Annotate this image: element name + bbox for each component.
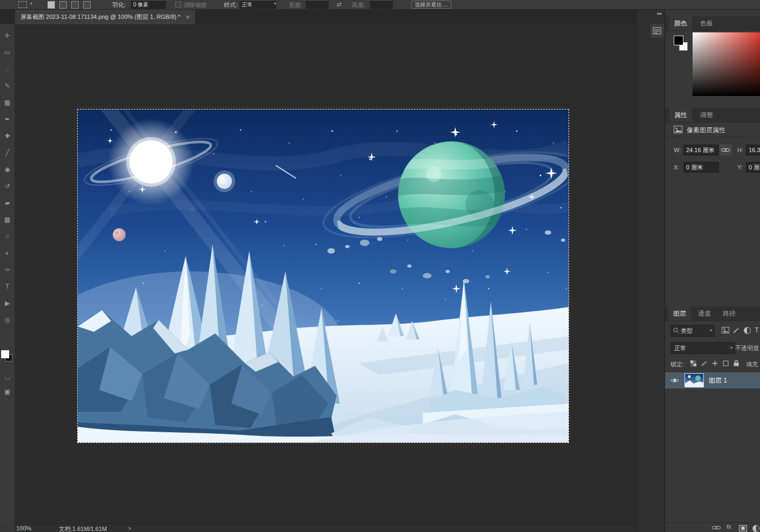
- layer-style-fx-icon[interactable]: fx: [727, 523, 731, 530]
- antialias-label: 消除锯齿: [183, 1, 207, 9]
- foreground-color-swatch[interactable]: [1, 350, 9, 358]
- style-caret-icon[interactable]: ▾: [274, 1, 276, 6]
- tab-swatches[interactable]: 色板: [695, 16, 718, 30]
- collapsed-panel-button[interactable]: [650, 24, 664, 38]
- lock-image-pixels-icon[interactable]: [700, 359, 708, 367]
- blend-mode-value: 正常: [674, 345, 686, 351]
- lasso-tool[interactable]: ◌: [0, 62, 15, 76]
- blur-tool[interactable]: ○: [0, 229, 15, 243]
- layer-row-selected[interactable]: 图层 1: [665, 372, 760, 388]
- clone-stamp-tool[interactable]: ◉: [0, 162, 15, 176]
- height-value-input[interactable]: 16.38 厘米: [746, 145, 760, 155]
- filter-adjustment-icon[interactable]: [743, 326, 751, 335]
- x-value-input[interactable]: 0 厘米: [683, 162, 719, 173]
- tab-paths[interactable]: 路径: [718, 306, 741, 320]
- marquee-tool[interactable]: ▭: [0, 45, 15, 59]
- subtract-selection-icon[interactable]: [71, 1, 79, 9]
- collapsed-panel-strip: ◀◀: [636, 10, 665, 532]
- select-and-mask-button[interactable]: 选择并遮住 ...: [411, 1, 451, 9]
- filter-pixel-layers-icon[interactable]: [721, 326, 730, 335]
- feather-input[interactable]: 0 像素: [131, 1, 166, 9]
- layer-name[interactable]: 图层 1: [709, 376, 727, 385]
- tab-channels[interactable]: 通道: [693, 306, 716, 320]
- quick-selection-tool[interactable]: ✎: [0, 79, 15, 93]
- image-canvas-selection[interactable]: [78, 110, 569, 442]
- new-selection-icon[interactable]: [47, 1, 55, 9]
- document-size-info: 文档:1.61M/1.61M: [59, 525, 107, 532]
- saturation-field[interactable]: [693, 32, 760, 96]
- status-options-chevron-icon[interactable]: >: [128, 525, 131, 531]
- lock-artboard-icon[interactable]: [721, 359, 730, 367]
- x-label: X:: [674, 164, 679, 170]
- y-value-input[interactable]: 0 厘米: [746, 162, 760, 173]
- document-tab-bar: 屏幕截图 2023-11-08 171134.png @ 100% (图层 1,…: [0, 10, 636, 24]
- image-canvas: [78, 110, 569, 442]
- tab-color[interactable]: 颜色: [669, 16, 692, 30]
- lock-transparent-pixels-icon[interactable]: [689, 359, 697, 367]
- tab-layers[interactable]: 图层: [668, 306, 691, 320]
- fill-label: 填充: [746, 360, 758, 369]
- layers-panel-footer: fx: [665, 522, 760, 532]
- link-dimensions-button[interactable]: [719, 145, 732, 155]
- opacity-label: 不透明度: [735, 344, 759, 352]
- tool-preset-caret-icon[interactable]: ▾: [30, 1, 32, 6]
- width-input[interactable]: [306, 1, 328, 9]
- filter-caret-icon: ▾: [710, 325, 712, 336]
- layer-mask-icon[interactable]: [738, 524, 747, 532]
- antialias-checkbox[interactable]: [175, 2, 181, 8]
- layers-panel-tabs: 图层 通道 路径: [665, 306, 760, 321]
- layer-thumbnail[interactable]: [684, 373, 704, 387]
- move-tool[interactable]: ✛: [0, 29, 15, 43]
- history-brush-tool[interactable]: ↺: [0, 179, 15, 193]
- add-selection-icon[interactable]: [59, 1, 67, 9]
- properties-header-row: 像素图层属性: [665, 122, 760, 138]
- healing-brush-tool[interactable]: ✚: [0, 129, 15, 143]
- properties-panel-tabs: 属性 调整: [665, 108, 760, 122]
- document-title: 屏幕截图 2023-11-08 171134.png @ 100% (图层 1,…: [20, 13, 180, 21]
- panel-list-icon: [653, 27, 661, 35]
- collapse-panels-icon[interactable]: ◀◀: [656, 11, 661, 15]
- layer-filter-select[interactable]: 类型 ▾: [670, 325, 715, 337]
- new-adjustment-layer-icon[interactable]: [751, 524, 760, 532]
- canvas-area[interactable]: [15, 24, 636, 523]
- eraser-tool[interactable]: ▰: [0, 196, 15, 210]
- eyedropper-tool[interactable]: ✒: [0, 112, 15, 126]
- h-label: H:: [737, 147, 743, 153]
- brush-tool[interactable]: ╱: [0, 146, 15, 160]
- layer-visibility-eye-icon[interactable]: [670, 376, 679, 385]
- panel-foreground-color-swatch[interactable]: [674, 36, 683, 45]
- hand-tool[interactable]: ◡: [0, 370, 15, 384]
- screen-mode-icon[interactable]: ▣: [0, 385, 15, 399]
- tools-panel: ✛ ▭ ◌ ✎ ▦ ✒ ✚ ╱ ◉ ↺ ▰ ▩ ○ ◐ ✑ T ▶ ◎ ◡ ▣: [0, 24, 15, 523]
- blend-mode-select[interactable]: 正常 ▾: [670, 342, 735, 354]
- link-layers-icon[interactable]: [711, 524, 721, 531]
- right-panel: 颜色 色板 属性 调整 像素图层属性 W: 24.16 厘米 H:: [665, 10, 760, 532]
- width-label: 宽度:: [289, 1, 302, 9]
- crop-tool[interactable]: ▦: [0, 96, 15, 110]
- swap-dimensions-icon[interactable]: ⇄: [337, 1, 341, 8]
- close-tab-icon[interactable]: ×: [186, 13, 190, 21]
- chain-link-icon: [721, 147, 730, 153]
- style-select[interactable]: 正常: [239, 1, 276, 9]
- tool-preset-icon[interactable]: [18, 1, 27, 8]
- filter-type-icon[interactable]: T: [752, 326, 760, 335]
- path-selection-tool[interactable]: ▶: [0, 296, 15, 310]
- filter-brush-icon[interactable]: [732, 326, 741, 335]
- y-label: Y:: [737, 164, 743, 170]
- gradient-tool[interactable]: ▩: [0, 213, 15, 227]
- lock-position-icon[interactable]: [710, 359, 719, 367]
- document-tab[interactable]: 屏幕截图 2023-11-08 171134.png @ 100% (图层 1,…: [15, 10, 196, 24]
- intersect-selection-icon[interactable]: [83, 1, 91, 9]
- lock-all-icon[interactable]: [732, 359, 741, 367]
- zoom-level-field[interactable]: 100%: [16, 525, 31, 531]
- pen-tool[interactable]: ✑: [0, 263, 15, 277]
- width-value-input[interactable]: 24.16 厘米: [683, 145, 719, 155]
- height-input[interactable]: [370, 1, 393, 9]
- tab-adjustments[interactable]: 调整: [695, 108, 718, 122]
- zoom-tool[interactable]: ◎: [0, 313, 15, 327]
- dodge-tool[interactable]: ◐: [0, 246, 15, 260]
- blend-caret-icon: ▾: [730, 343, 732, 353]
- tab-properties[interactable]: 属性: [669, 108, 692, 122]
- color-panel-tabs: 颜色 色板: [665, 16, 760, 31]
- type-tool[interactable]: T: [0, 279, 15, 294]
